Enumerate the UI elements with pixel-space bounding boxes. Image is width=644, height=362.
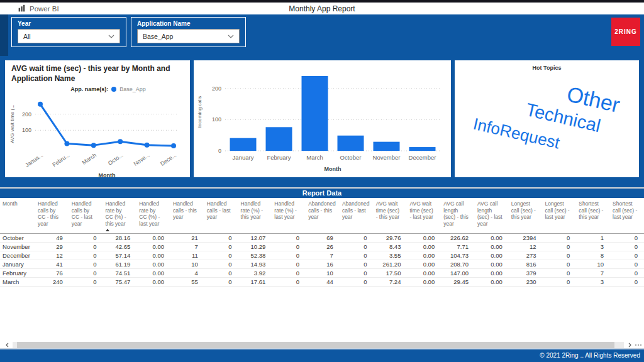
value-cell: 0 bbox=[204, 233, 238, 242]
table-row: March240075.470.0055017.6104407.240.0029… bbox=[0, 277, 644, 286]
application-dropdown[interactable]: Base_App bbox=[137, 29, 240, 43]
value-cell: 52.38 bbox=[238, 251, 272, 260]
report-data-section: Report Data MonthHandled calls by CC - t… bbox=[0, 187, 644, 348]
title-bar: Power BI Monthly App Report bbox=[0, 3, 644, 14]
line-chart-title: AVG wait time (sec) - this year by Month… bbox=[5, 60, 190, 84]
column-header[interactable]: Shortest call (sec) - last year bbox=[610, 198, 644, 233]
value-cell: 3 bbox=[576, 242, 610, 251]
svg-text:December: December bbox=[409, 154, 436, 161]
svg-text:Janua...: Janua... bbox=[24, 152, 44, 169]
data-point-january[interactable] bbox=[38, 102, 43, 107]
svg-text:AVG wait time (...: AVG wait time (... bbox=[9, 104, 15, 143]
value-cell: 10 bbox=[306, 268, 340, 277]
svg-text:February: February bbox=[267, 154, 291, 161]
table-body: October49028.160.0021012.07069029.760.00… bbox=[0, 233, 644, 286]
data-point-february[interactable] bbox=[64, 141, 69, 146]
value-cell: 0.00 bbox=[136, 233, 170, 242]
value-cell: 0 bbox=[69, 277, 103, 286]
column-header[interactable]: AVG call length (sec) - last year bbox=[475, 198, 509, 233]
bar-chart-svg: 0100200JanuaryFebruaryMarchOctoberNovemb… bbox=[194, 63, 447, 175]
data-point-march[interactable] bbox=[91, 143, 96, 148]
column-header[interactable]: Longest call (sec) - this year bbox=[509, 198, 543, 233]
value-cell: 49 bbox=[35, 233, 69, 242]
column-header[interactable]: Abandoned calls - last year bbox=[340, 198, 374, 233]
value-cell: 0.00 bbox=[475, 260, 509, 268]
value-cell: 0 bbox=[272, 268, 306, 277]
value-cell: 0 bbox=[69, 233, 103, 242]
value-cell: 14.93 bbox=[238, 260, 272, 268]
value-cell: 104.73 bbox=[441, 251, 475, 260]
value-cell: 816 bbox=[509, 260, 543, 268]
value-cell: 0 bbox=[340, 251, 374, 260]
column-header[interactable]: Shortest call (sec) - this year bbox=[576, 198, 610, 233]
value-cell: 11 bbox=[170, 251, 204, 260]
page-title: Monthly App Report bbox=[0, 4, 644, 13]
column-header[interactable]: Handled calls - last year bbox=[204, 198, 238, 233]
footer-copyright: © 2021 2Ring .. All Rights Reserved bbox=[0, 349, 644, 362]
column-header[interactable]: Handled calls by CC - last year bbox=[69, 198, 103, 233]
month-cell: February bbox=[0, 268, 35, 277]
column-header[interactable]: Handled calls - this year bbox=[170, 198, 204, 233]
value-cell: 0 bbox=[610, 242, 644, 251]
table-row: January41061.190.0010014.930160261.200.0… bbox=[0, 260, 644, 268]
column-header[interactable]: Handled rate by CC (%) - this year bbox=[103, 198, 137, 233]
value-cell: 0 bbox=[542, 251, 576, 260]
value-cell: 0.00 bbox=[407, 251, 441, 260]
value-cell: 10 bbox=[170, 260, 204, 268]
value-cell: 0 bbox=[272, 233, 306, 242]
value-cell: 0 bbox=[542, 242, 576, 251]
value-cell: 7.71 bbox=[441, 242, 475, 251]
column-header[interactable]: Longest call (sec) - last year bbox=[542, 198, 576, 233]
column-header[interactable]: AVG call length (sec) - this year bbox=[441, 198, 475, 233]
value-cell: 16 bbox=[306, 260, 340, 268]
value-cell: 61.19 bbox=[103, 260, 137, 268]
column-header[interactable]: Abandoned calls - this year bbox=[306, 198, 340, 233]
column-header[interactable]: Handled rate (%) - last year bbox=[272, 198, 306, 233]
value-cell: 17.61 bbox=[238, 277, 272, 286]
brand-label: Power BI bbox=[30, 5, 59, 13]
column-header[interactable]: Month bbox=[0, 198, 35, 233]
column-header[interactable]: Handled rate (%) - this year bbox=[238, 198, 272, 233]
data-point-october[interactable] bbox=[118, 140, 123, 145]
bar-december[interactable] bbox=[409, 147, 436, 151]
svg-text:March: March bbox=[306, 154, 323, 161]
value-cell: 0 bbox=[542, 277, 576, 286]
value-cell: 261.20 bbox=[374, 260, 408, 268]
value-cell: 208.70 bbox=[441, 260, 475, 268]
bar-february[interactable] bbox=[266, 127, 292, 151]
legend-label: App. name(s): bbox=[70, 86, 108, 92]
year-dropdown[interactable]: All bbox=[18, 29, 120, 43]
data-point-december[interactable] bbox=[171, 143, 176, 148]
year-slicer: Year All bbox=[11, 17, 126, 47]
scrollbar-track[interactable] bbox=[13, 342, 624, 348]
svg-text:200: 200 bbox=[22, 111, 31, 118]
value-cell: 0 bbox=[204, 251, 238, 260]
value-cell: 7 bbox=[170, 242, 204, 251]
table-row: December12057.140.0011052.380703.550.001… bbox=[0, 251, 644, 260]
bar-november[interactable] bbox=[374, 142, 400, 151]
overflow-dots-icon[interactable] bbox=[635, 344, 641, 346]
value-cell: 7 bbox=[306, 251, 340, 260]
value-cell: 12 bbox=[35, 251, 69, 260]
wordcloud-title: Hot Topics bbox=[455, 60, 639, 71]
table-header-row: MonthHandled calls by CC - this yearHand… bbox=[0, 198, 644, 233]
scrollbar-thumb[interactable] bbox=[17, 342, 614, 348]
bar-march[interactable] bbox=[302, 76, 328, 151]
table-row: February76074.510.00403.92010017.500.001… bbox=[0, 268, 644, 277]
value-cell: 26 bbox=[306, 242, 340, 251]
column-header[interactable]: Handled calls by CC - this year bbox=[35, 198, 69, 233]
column-header[interactable]: AVG wait time (sec) - last year bbox=[407, 198, 441, 233]
value-cell: 0 bbox=[542, 260, 576, 268]
value-cell: 0 bbox=[204, 260, 238, 268]
value-cell: 17.50 bbox=[374, 268, 408, 277]
column-header[interactable]: AVG wait time (sec) - this year bbox=[374, 198, 408, 233]
bar-january[interactable] bbox=[230, 138, 257, 151]
svg-text:Febru...: Febru... bbox=[51, 152, 70, 168]
report-data-title: Report Data bbox=[0, 189, 644, 198]
bar-october[interactable] bbox=[338, 136, 364, 151]
value-cell: 230 bbox=[509, 277, 543, 286]
data-point-november[interactable] bbox=[145, 143, 150, 148]
chevron-down-icon bbox=[108, 35, 114, 38]
svg-text:Dece...: Dece... bbox=[159, 152, 177, 168]
column-header[interactable]: Handled rate by CC (%) - last year bbox=[136, 198, 170, 233]
